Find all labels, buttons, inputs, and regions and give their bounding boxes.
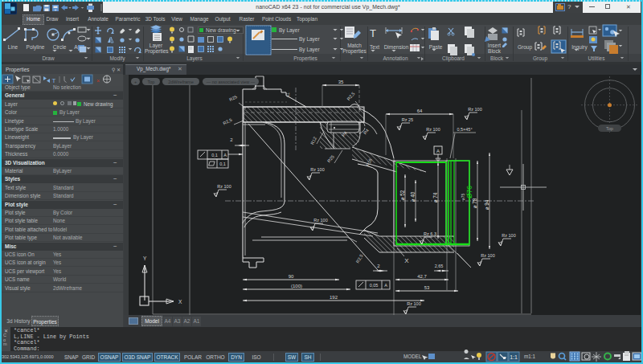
svg-text:Rz 100: Rz 100	[310, 167, 324, 172]
svg-text:192: 192	[330, 295, 338, 300]
svg-text:2: 2	[377, 264, 380, 268]
svg-text:X: X	[404, 257, 409, 264]
svg-text:42,7: 42,7	[417, 274, 427, 279]
svg-text:R2,5: R2,5	[346, 91, 355, 101]
svg-text:Rz 100: Rz 100	[313, 218, 327, 223]
svg-text:+: +	[55, 7, 57, 12]
svg-text:Rz 25: Rz 25	[402, 117, 413, 122]
svg-text:A: A	[436, 149, 440, 153]
svg-text:R12: R12	[309, 136, 317, 145]
svg-text:0,5×45°: 0,5×45°	[457, 127, 472, 132]
svg-text:⌀ 74: ⌀ 74	[432, 192, 438, 202]
svg-text:Top: Top	[606, 126, 613, 131]
svg-text:×: ×	[96, 78, 100, 84]
svg-text:T: T	[370, 27, 376, 39]
svg-text:1:1: 1:1	[510, 354, 518, 360]
svg-text:64: 64	[417, 108, 423, 113]
svg-text:A: A	[384, 283, 387, 288]
svg-text:90: 90	[289, 274, 294, 279]
svg-text:R2,5: R2,5	[355, 253, 364, 264]
svg-text:≥1: ≥1	[286, 92, 290, 97]
svg-text:X: X	[178, 299, 182, 305]
svg-text:53: 53	[424, 285, 430, 290]
svg-text:0,05: 0,05	[370, 283, 379, 288]
svg-text:⌀ 94: ⌀ 94	[484, 199, 489, 210]
svg-text:2,65: 2,65	[435, 264, 444, 268]
svg-text:R4: R4	[362, 128, 370, 135]
svg-text:R2,5: R2,5	[223, 117, 233, 126]
svg-text:A: A	[223, 153, 227, 157]
svg-text:⌀ 40: ⌀ 40	[410, 191, 416, 202]
svg-text:Rz 6,3: Rz 6,3	[424, 231, 436, 236]
svg-text:2: 2	[230, 137, 233, 142]
svg-text:Y: Y	[143, 256, 147, 261]
svg-text:Rz 100: Rz 100	[468, 107, 481, 112]
svg-text:0,1: 0,1	[219, 162, 226, 166]
svg-text:R25: R25	[228, 94, 238, 102]
svg-text:Rz 100: Rz 100	[217, 184, 231, 189]
svg-text:Ø76: Ø76	[465, 186, 473, 198]
svg-text:⌀ 78: ⌀ 78	[472, 198, 477, 208]
svg-text:⌀ 52: ⌀ 52	[399, 190, 405, 200]
svg-text:0,1: 0,1	[211, 153, 218, 157]
svg-text:Rz 100: Rz 100	[407, 301, 420, 306]
svg-text:(100): (100)	[291, 284, 302, 288]
svg-text:Rz 100: Rz 100	[426, 127, 440, 132]
svg-text:Rz 100: Rz 100	[502, 233, 515, 238]
svg-text:Rz 100: Rz 100	[481, 253, 494, 258]
svg-text:R25: R25	[326, 154, 335, 164]
svg-text:T: T	[52, 77, 56, 84]
